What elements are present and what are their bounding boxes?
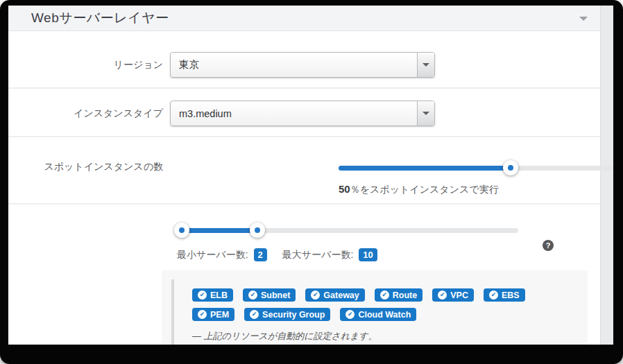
- resource-badge-route: ✔Route: [375, 288, 423, 302]
- resource-badge-cloud-watch: ✔Cloud Watch: [340, 308, 416, 321]
- instance-type-select[interactable]: m3.medium: [170, 101, 435, 126]
- region-select-caret-button[interactable]: [417, 53, 434, 77]
- spot-percent-value: 50: [339, 183, 350, 195]
- min-servers-badge: 2: [254, 248, 267, 261]
- spot-percent-slider[interactable]: [339, 160, 613, 175]
- slider-fill: [339, 166, 511, 171]
- check-circle-icon: ✔: [250, 310, 259, 319]
- section-title: Webサーバーレイヤー: [31, 9, 169, 27]
- region-label: リージョン: [114, 59, 170, 87]
- spot-percent-slider-handle[interactable]: [503, 160, 518, 175]
- resource-badge-subnet: ✔Subnet: [243, 288, 296, 302]
- check-circle-icon: ✔: [311, 291, 320, 300]
- collapse-caret-icon[interactable]: [579, 17, 588, 21]
- server-count-row: ? 最小サーバー数: 2 最大サーバー数: 10 ✔ELB ✔Subnet ✔G…: [8, 223, 600, 345]
- check-circle-icon: ✔: [438, 291, 447, 300]
- auto-resources-panel: ✔ELB ✔Subnet ✔Gateway ✔Route ✔VPC ✔EBS ✔…: [162, 270, 588, 345]
- spot-percent-caption: 50％をスポットインスタンスで実行: [339, 183, 613, 196]
- server-count-summary: 最小サーバー数: 2 最大サーバー数: 10: [177, 248, 600, 261]
- web-server-layer-card: Webサーバーレイヤー リージョン 東京 インスタンスタイプ: [8, 6, 601, 345]
- check-circle-icon: ✔: [489, 291, 498, 300]
- instance-type-row: インスタンスタイプ m3.medium: [8, 89, 600, 137]
- chevron-down-icon: [423, 63, 429, 67]
- resource-badge-pem: ✔PEM: [192, 308, 234, 321]
- region-row: リージョン 東京: [8, 31, 600, 89]
- region-select-value: 東京: [171, 53, 417, 77]
- check-circle-icon: ✔: [198, 291, 207, 300]
- max-servers-label: 最大サーバー数:: [282, 249, 354, 261]
- check-circle-icon: ✔: [345, 310, 355, 319]
- check-circle-icon: ✔: [198, 310, 207, 319]
- page-viewport: Webサーバーレイヤー リージョン 東京 インスタンスタイプ: [8, 6, 613, 345]
- instance-type-label: インスタンスタイプ: [74, 107, 170, 136]
- spot-instances-label: スポットインスタンスの数: [44, 161, 170, 203]
- resource-badge-elb: ✔ELB: [192, 288, 233, 302]
- auto-config-note: — 上記のリソースが自動的に設定されます。: [192, 330, 588, 343]
- max-servers-badge: 10: [359, 248, 377, 261]
- instance-type-select-value: m3.medium: [171, 101, 417, 125]
- blockquote-bar: [171, 279, 174, 345]
- resource-badge-gateway: ✔Gateway: [305, 288, 364, 302]
- resource-badge-list: ✔ELB ✔Subnet ✔Gateway ✔Route ✔VPC ✔EBS ✔…: [192, 288, 567, 321]
- spot-instances-row: スポットインスタンスの数 50％をスポットインスタンスで実行: [8, 137, 600, 205]
- check-circle-icon: ✔: [380, 291, 389, 300]
- server-count-range-slider[interactable]: [177, 223, 518, 238]
- check-circle-icon: ✔: [248, 291, 257, 300]
- resource-badge-ebs: ✔EBS: [484, 288, 525, 302]
- help-icon[interactable]: ?: [543, 240, 554, 251]
- slider-fill: [182, 228, 257, 233]
- chevron-down-icon: [423, 112, 429, 115]
- instance-type-select-caret-button[interactable]: [417, 101, 434, 125]
- resource-badge-vpc: ✔VPC: [432, 288, 474, 302]
- window-frame: Webサーバーレイヤー リージョン 東京 インスタンスタイプ: [0, 0, 623, 364]
- resource-badge-security-group: ✔Security Group: [244, 308, 330, 321]
- min-servers-slider-handle[interactable]: [174, 223, 189, 238]
- section-header: Webサーバーレイヤー: [8, 6, 600, 31]
- min-servers-label: 最小サーバー数:: [177, 249, 248, 261]
- max-servers-slider-handle[interactable]: [250, 223, 265, 238]
- region-select[interactable]: 東京: [170, 52, 435, 78]
